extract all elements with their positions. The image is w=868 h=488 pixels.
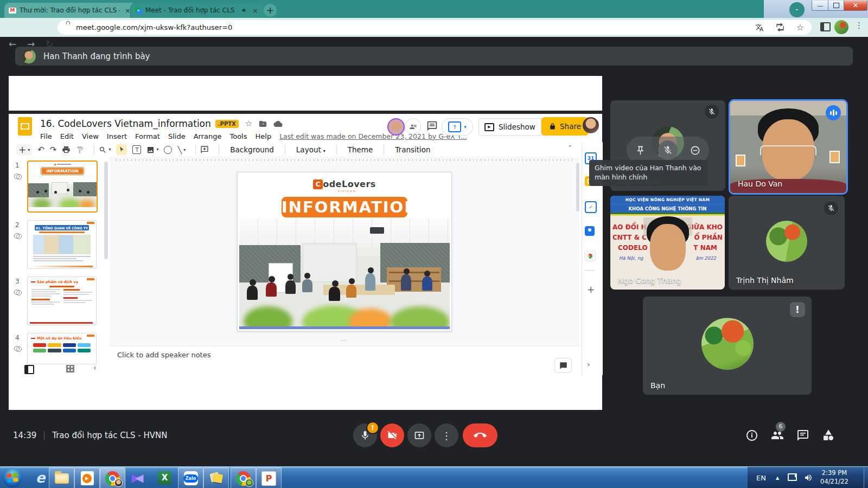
address-bar[interactable]: meet.google.com/xjm-uksw-kfk?authuser=0 … bbox=[58, 20, 812, 35]
taskbar-powerpoint-icon[interactable]: P bbox=[256, 467, 282, 488]
remove-participant-button[interactable] bbox=[686, 140, 705, 160]
tab-gmail-invite[interactable]: M Thư mời: Trao đổi hợp tác CLS - H × bbox=[4, 3, 137, 18]
side-panel-icon[interactable] bbox=[820, 22, 831, 31]
insert-shape-icon[interactable] bbox=[164, 146, 172, 154]
layout-button[interactable]: Layout▾ bbox=[290, 145, 332, 154]
more-options-button[interactable]: ⋮ bbox=[435, 423, 458, 447]
show-desktop-button[interactable] bbox=[864, 467, 868, 488]
mic-button[interactable]: ! bbox=[353, 423, 377, 447]
window-close-button[interactable]: ✕ bbox=[844, 1, 867, 11]
maps-icon[interactable] bbox=[585, 251, 596, 261]
browser-avatar[interactable] bbox=[834, 20, 848, 34]
taskbar-chrome2-icon[interactable] bbox=[231, 467, 256, 488]
text-box-icon[interactable]: T bbox=[132, 145, 141, 154]
activities-icon[interactable] bbox=[822, 429, 835, 442]
menu-insert[interactable]: Insert bbox=[107, 132, 127, 140]
taskbar-excel-icon[interactable]: X bbox=[152, 467, 177, 488]
last-edit-link[interactable]: Last edit was made on December 23, 2021 … bbox=[279, 132, 467, 140]
menu-tools[interactable]: Tools bbox=[229, 132, 247, 140]
theme-button[interactable]: Theme bbox=[341, 145, 380, 154]
doc-title[interactable]: 16. CodeLovers Vietnam_information bbox=[40, 118, 211, 129]
paint-format-icon[interactable] bbox=[76, 146, 84, 154]
background-button[interactable]: Background bbox=[224, 145, 280, 154]
taskbar-media-player-icon[interactable]: ▶ bbox=[74, 467, 100, 488]
bookmark-star-icon[interactable]: ☆ bbox=[796, 22, 804, 33]
select-cursor-icon[interactable] bbox=[116, 144, 127, 155]
tasks-icon[interactable]: ✓ bbox=[585, 201, 597, 213]
slide-thumbnail-4[interactable]: Một số dự án tiêu biểu bbox=[27, 333, 97, 364]
taskbar-kmplayer-icon[interactable]: ▶◀ bbox=[125, 467, 150, 488]
comments-icon[interactable] bbox=[426, 120, 438, 132]
window-maximize-button[interactable] bbox=[828, 1, 845, 11]
add-comment-button[interactable] bbox=[554, 358, 572, 373]
browser-menu-icon[interactable]: ⋮ bbox=[855, 21, 863, 30]
tab-meet[interactable]: ▸ Meet - Trao đổi hợp tác CLS × bbox=[130, 3, 264, 18]
present-button[interactable] bbox=[407, 423, 431, 447]
network-icon[interactable] bbox=[788, 474, 797, 481]
collapse-toolbar-chevron[interactable]: ⌃ bbox=[567, 144, 572, 151]
menu-slide[interactable]: Slide bbox=[168, 132, 186, 140]
slide-thumbnail-2[interactable]: 01. TỔNG QUAN VỀ CÔNG TY bbox=[27, 220, 97, 269]
tab-close-icon[interactable]: × bbox=[251, 7, 260, 15]
tile-ban-self[interactable]: ! Bạn bbox=[643, 297, 812, 395]
zoom-icon[interactable]: ▾ bbox=[99, 146, 111, 154]
chat-icon[interactable] bbox=[796, 429, 809, 442]
share-page-icon[interactable] bbox=[776, 23, 784, 32]
speaker-notes-area[interactable]: Click to add speaker notes bbox=[110, 346, 579, 365]
menu-help[interactable]: Help bbox=[256, 132, 272, 140]
end-call-button[interactable] bbox=[463, 423, 497, 447]
clock[interactable]: 2:39 PM 04/21/22 bbox=[820, 469, 848, 486]
get-addons-plus-icon[interactable]: + bbox=[587, 284, 595, 295]
menu-arrange[interactable]: Arrange bbox=[194, 132, 222, 140]
present-to-meeting-button[interactable]: ↑ ▾ bbox=[442, 118, 473, 136]
url-text[interactable]: meet.google.com/xjm-uksw-kfk?authuser=0 bbox=[76, 23, 743, 31]
undo-icon[interactable]: ↶ bbox=[37, 145, 44, 155]
menu-file[interactable]: File bbox=[40, 132, 52, 140]
mute-participant-button[interactable] bbox=[658, 140, 678, 160]
tab-audio-icon[interactable] bbox=[241, 7, 248, 14]
people-icon[interactable]: 6 bbox=[771, 429, 784, 442]
camera-off-button[interactable] bbox=[380, 423, 404, 447]
translate-icon[interactable] bbox=[755, 23, 764, 32]
taskbar-zalo-icon[interactable]: Zalo bbox=[178, 467, 203, 488]
new-tab-button[interactable]: + bbox=[264, 4, 277, 17]
collapse-filmstrip-chevron[interactable]: ‹ bbox=[93, 363, 97, 372]
taskbar-explorer-icon[interactable] bbox=[49, 467, 74, 488]
filmstrip-view-icon[interactable] bbox=[24, 365, 34, 374]
pin-video-button[interactable] bbox=[630, 140, 650, 160]
slides-logo[interactable] bbox=[18, 117, 32, 136]
insert-line-icon[interactable]: ╲▾ bbox=[177, 146, 186, 154]
taskbar-chrome-icon[interactable] bbox=[100, 467, 125, 488]
canvas-scrollbar[interactable] bbox=[576, 163, 579, 211]
volume-icon[interactable] bbox=[804, 473, 813, 482]
back-button[interactable]: ← bbox=[9, 38, 16, 49]
window-minimize-button[interactable]: — bbox=[812, 1, 829, 11]
redo-icon[interactable]: ↷ bbox=[50, 145, 57, 155]
slide-thumbnail-3[interactable]: Sản phẩm và dịch vụ bbox=[27, 277, 97, 325]
menu-view[interactable]: View bbox=[82, 132, 99, 140]
join-collaborators-icon[interactable] bbox=[405, 118, 421, 134]
menu-format[interactable]: Format bbox=[135, 132, 160, 140]
taskbar-photos-icon[interactable] bbox=[203, 467, 229, 488]
tab-search-button[interactable] bbox=[789, 2, 805, 17]
filmstrip-scrollbar[interactable] bbox=[104, 162, 108, 259]
grid-view-icon[interactable] bbox=[66, 365, 74, 373]
tray-expand-icon[interactable]: ▲ bbox=[776, 476, 779, 480]
slides-profile-avatar[interactable] bbox=[583, 117, 599, 133]
notes-drag-handle[interactable]: ⋯ bbox=[110, 337, 579, 344]
slide[interactable]: C odeLovers Vietnam INFORMATION bbox=[237, 172, 452, 331]
tile-hau-do-van[interactable]: Hau Do Van bbox=[729, 99, 848, 195]
cloud-status-icon[interactable] bbox=[273, 120, 283, 128]
contacts-icon[interactable] bbox=[585, 226, 595, 236]
meeting-details-icon[interactable] bbox=[745, 429, 758, 442]
print-icon[interactable] bbox=[62, 145, 71, 154]
move-folder-icon[interactable] bbox=[259, 120, 267, 128]
slide-thumbnail-1[interactable]: INFORMATION bbox=[27, 160, 98, 213]
collapse-side-panel-chevron[interactable]: › bbox=[587, 360, 590, 369]
star-doc-icon[interactable]: ☆ bbox=[245, 120, 252, 128]
insert-comment-icon[interactable] bbox=[200, 145, 209, 154]
insert-image-icon[interactable]: ▾ bbox=[146, 146, 158, 154]
language-indicator[interactable]: EN bbox=[756, 474, 766, 482]
collaborator-avatar[interactable] bbox=[387, 118, 405, 136]
new-slide-button[interactable]: +▾ bbox=[16, 144, 32, 155]
